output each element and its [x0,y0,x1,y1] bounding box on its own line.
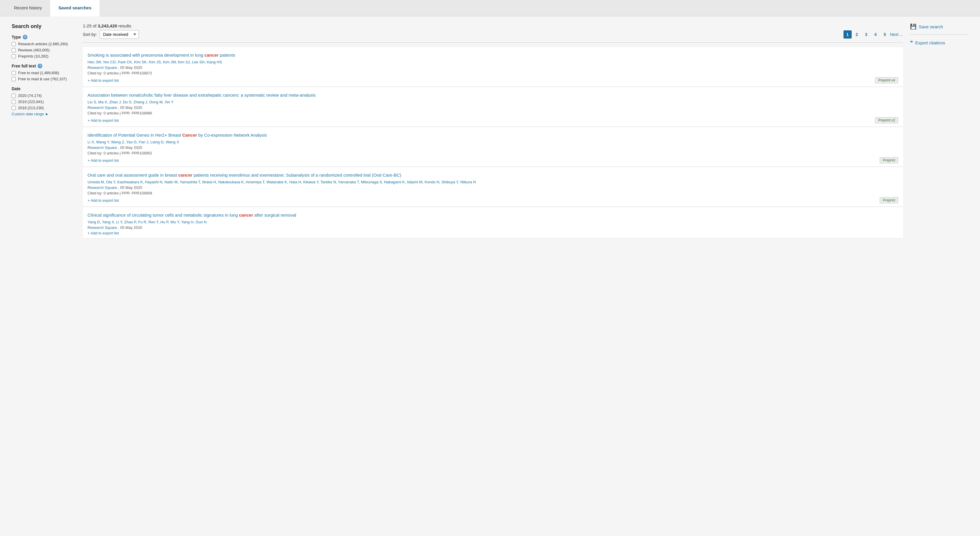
save-icon: 💾 [910,23,916,30]
page-2[interactable]: 2 [853,30,861,38]
checkbox-date-2020[interactable] [12,94,16,98]
chevron-right-icon: ► [45,112,49,116]
tab-recent-history[interactable]: Recent history [6,0,50,16]
preprint-badge-0: Preprint v4 [875,77,898,83]
pagination: 1 2 3 4 5 Next ... [843,30,903,38]
checkbox-research-articles[interactable] [12,42,16,46]
add-to-export-2[interactable]: + Add to export list [88,158,119,163]
result-item: Association between nonalcoholic fatty l… [83,87,903,127]
label-free-to-read[interactable]: Free to read (1,489,606) [18,71,59,75]
result-authors-1: Liu S, Ma X, Zhao J, Du S, Zhang J, Dong… [88,100,898,104]
source-date-1: , 05 May 2020 [118,105,142,110]
label-preprints[interactable]: Preprints (10,282) [18,54,48,58]
sort-area: Sort by: Date received Relevance Date pu… [83,30,139,39]
result-footer-1: + Add to export list Preprint v2 [88,117,898,123]
filter-free-to-read: Free to read (1,489,606) [12,71,76,75]
result-title-2[interactable]: Identification of Potential Genes in Her… [88,132,898,138]
result-meta-3: Cited by: 0 articles | PPR: PPR158909 [88,191,898,195]
source-date-2: , 05 May 2020 [118,145,142,150]
results-number: 3,243,420 [98,23,117,28]
result-source-4: Research Square , 05 May 2020 [88,225,898,230]
page-4[interactable]: 4 [872,30,880,38]
results-divider [83,42,903,43]
filter-section-date: Date 2020 (74,174) 2019 (222,841) 2018 (… [12,86,76,116]
source-name-1[interactable]: Research Square [88,105,117,110]
result-meta-0: Cited by: 0 articles | PPR: PPR158972 [88,71,898,75]
preprint-badge-1: Preprint v2 [875,117,898,123]
add-to-export-3[interactable]: + Add to export list [88,198,119,203]
result-title-4[interactable]: Clinical significance of circulating tum… [88,212,898,218]
checkbox-preprints[interactable] [12,54,16,58]
results-controls: Sort by: Date received Relevance Date pu… [83,30,903,39]
result-authors-4: Yang D, Yang X, Li Y, Zhao P, Fu R, Ren … [88,220,898,224]
label-reviews[interactable]: Reviews (463,005) [18,48,49,52]
filter-date-2019: 2019 (222,841) [12,100,76,104]
checkbox-free-to-read-use[interactable] [12,77,16,81]
result-item: Clinical significance of circulating tum… [83,207,903,239]
source-name-2[interactable]: Research Square [88,145,117,150]
export-citations-button[interactable]: ❝ Export citations [910,40,968,46]
checkbox-reviews[interactable] [12,48,16,52]
filter-free-to-read-use: Free to read & use (762,107) [12,77,76,81]
result-item: Smoking is associated with pneumonia dev… [83,47,903,87]
result-title-3[interactable]: Oral care and oral assessment guide in b… [88,172,898,178]
export-citations-label: Export citations [915,40,945,45]
result-title-0[interactable]: Smoking is associated with pneumonia dev… [88,52,898,58]
type-help-icon[interactable]: ? [23,35,27,40]
page-5[interactable]: 5 [881,30,889,38]
export-icon: ❝ [910,40,913,46]
label-date-2018[interactable]: 2018 (213,230) [18,106,44,110]
result-authors-0: Heo JW, Yeo CD, Park CK, Kim SK, Kim JS,… [88,60,898,64]
save-search-label: Save search [919,24,943,29]
add-to-export-1[interactable]: + Add to export list [88,118,119,123]
page-next[interactable]: Next [890,32,899,37]
result-title-1[interactable]: Association between nonalcoholic fatty l… [88,92,898,98]
source-name-4[interactable]: Research Square [88,225,117,230]
fft-help-icon[interactable]: ? [38,64,42,68]
filter-heading-date: Date [12,86,76,91]
label-research-articles[interactable]: Research articles (2,685,260) [18,42,68,46]
checkbox-date-2019[interactable] [12,100,16,104]
filter-reviews: Reviews (463,005) [12,48,76,52]
save-search-button[interactable]: 💾 Save search [910,23,968,30]
source-name-0[interactable]: Research Square [88,65,117,70]
preprint-badge-2: Preprint [880,157,898,163]
label-free-to-read-use[interactable]: Free to read & use (762,107) [18,77,67,81]
source-date-0: , 05 May 2020 [118,65,142,70]
custom-date-range[interactable]: Custom date range ► [12,112,76,116]
sort-select[interactable]: Date received Relevance Date published [100,30,139,39]
result-item: Identification of Potential Genes in Her… [83,127,903,167]
result-footer-3: + Add to export list Preprint [88,197,898,204]
sidebar: Search only Type ? Research articles (2,… [12,23,76,239]
result-footer-2: + Add to export list Preprint [88,157,898,163]
result-source-3: Research Square , 05 May 2020 [88,185,898,190]
result-source-1: Research Square , 05 May 2020 [88,105,898,110]
preprint-badge-3: Preprint [880,197,898,204]
add-to-export-4[interactable]: + Add to export list [88,231,119,235]
checkbox-date-2018[interactable] [12,106,16,110]
result-footer-0: + Add to export list Preprint v4 [88,77,898,83]
page-1[interactable]: 1 [843,30,852,38]
tab-bar: Recent history Saved searches [0,0,980,16]
tab-saved-searches[interactable]: Saved searches [50,0,99,16]
content-area: 1-25 of 3,243,420 results Sort by: Date … [83,23,903,239]
label-date-2020[interactable]: 2020 (74,174) [18,93,42,98]
result-item: Oral care and oral assessment guide in b… [83,167,903,207]
result-source-0: Research Square , 05 May 2020 [88,65,898,70]
result-authors-2: Li X, Wang Y, Wang Z, Yao G, Fan J, Lian… [88,140,898,144]
results-list: Smoking is associated with pneumonia dev… [83,47,903,239]
filter-heading-type: Type ? [12,35,76,40]
results-count: 1-25 of 3,243,420 results [83,23,131,28]
label-date-2019[interactable]: 2019 (222,841) [18,100,44,104]
add-to-export-0[interactable]: + Add to export list [88,78,119,83]
checkbox-free-to-read[interactable] [12,71,16,75]
page-3[interactable]: 3 [862,30,870,38]
page-ellipsis: ... [899,32,903,37]
right-panel: 💾 Save search ❝ Export citations [910,23,968,239]
result-meta-1: Cited by: 0 articles | PPR: PPR158966 [88,111,898,115]
result-authors-3: Umeda M, Ota Y, Kashiwabara K, Hayashi N… [88,180,898,184]
filter-date-2020: 2020 (74,174) [12,93,76,98]
source-name-3[interactable]: Research Square [88,185,117,190]
results-header-row: 1-25 of 3,243,420 results [83,23,903,28]
result-footer-4: + Add to export list [88,231,898,235]
